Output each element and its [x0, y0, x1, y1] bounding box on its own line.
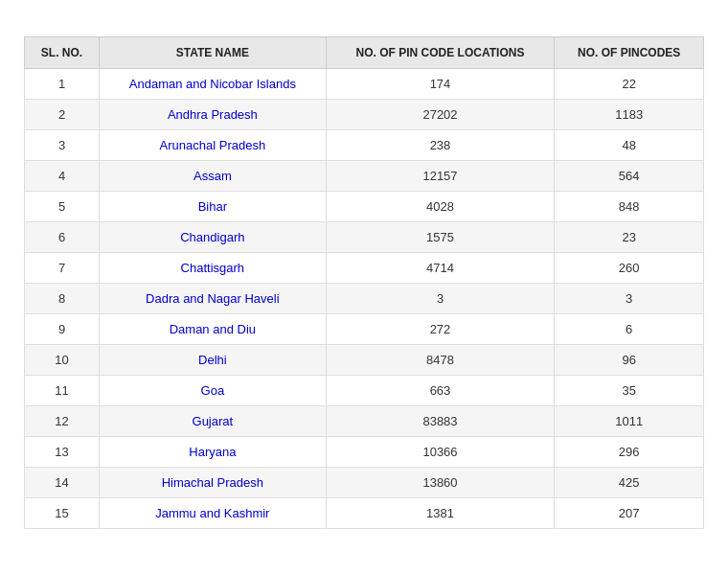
cell-locations: 3: [326, 284, 555, 314]
cell-sl: 14: [25, 468, 100, 498]
cell-sl: 10: [25, 345, 100, 376]
cell-state[interactable]: Assam: [100, 161, 327, 192]
cell-pincodes: 96: [555, 345, 704, 376]
cell-locations: 83883: [326, 406, 555, 437]
table-row: 4Assam12157564: [25, 161, 704, 192]
cell-sl: 9: [25, 314, 100, 345]
col-header-state: STATE NAME: [100, 37, 327, 69]
cell-pincodes: 296: [555, 437, 704, 468]
col-header-pincodes: NO. OF PINCODES: [555, 37, 704, 69]
table-row: 7Chattisgarh4714260: [25, 253, 704, 284]
table-row: 1Andaman and Nicobar Islands17422: [25, 69, 704, 100]
col-header-locations: NO. OF PIN CODE LOCATIONS: [326, 37, 555, 69]
cell-sl: 2: [25, 100, 100, 130]
cell-sl: 5: [25, 192, 100, 222]
cell-sl: 6: [25, 222, 100, 253]
cell-locations: 10366: [326, 437, 555, 468]
cell-state[interactable]: Goa: [100, 376, 327, 406]
cell-pincodes: 22: [555, 69, 704, 100]
cell-pincodes: 260: [555, 253, 704, 284]
cell-pincodes: 425: [555, 468, 704, 498]
table-row: 10Delhi847896: [25, 345, 704, 376]
cell-state[interactable]: Chattisgarh: [100, 253, 327, 284]
cell-state[interactable]: Gujarat: [100, 406, 327, 437]
table-row: 14Himachal Pradesh13860425: [25, 468, 704, 498]
cell-locations: 1575: [326, 222, 555, 253]
cell-pincodes: 23: [555, 222, 704, 253]
cell-pincodes: 35: [555, 376, 704, 406]
table-row: 12Gujarat838831011: [25, 406, 704, 437]
cell-pincodes: 207: [555, 498, 704, 529]
cell-state[interactable]: Andhra Pradesh: [100, 100, 327, 130]
cell-locations: 1381: [326, 498, 555, 529]
table-row: 6Chandigarh157523: [25, 222, 704, 253]
cell-sl: 3: [25, 130, 100, 161]
cell-locations: 13860: [326, 468, 555, 498]
col-header-sl: SL. NO.: [25, 37, 100, 69]
cell-sl: 1: [25, 69, 100, 100]
cell-sl: 11: [25, 376, 100, 406]
cell-pincodes: 3: [555, 284, 704, 314]
cell-sl: 15: [25, 498, 100, 529]
cell-locations: 12157: [326, 161, 555, 192]
cell-sl: 7: [25, 253, 100, 284]
cell-state[interactable]: Delhi: [100, 345, 327, 376]
cell-pincodes: 48: [555, 130, 704, 161]
cell-locations: 4714: [326, 253, 555, 284]
table-row: 8Dadra and Nagar Haveli33: [25, 284, 704, 314]
cell-state[interactable]: Dadra and Nagar Haveli: [100, 284, 327, 314]
cell-sl: 13: [25, 437, 100, 468]
cell-locations: 663: [326, 376, 555, 406]
cell-locations: 272: [326, 314, 555, 345]
cell-locations: 174: [326, 69, 555, 100]
cell-locations: 8478: [326, 345, 555, 376]
cell-state[interactable]: Chandigarh: [100, 222, 327, 253]
cell-state[interactable]: Andaman and Nicobar Islands: [100, 69, 327, 100]
cell-state[interactable]: Jammu and Kashmir: [100, 498, 327, 529]
pincodes-table: SL. NO. STATE NAME NO. OF PIN CODE LOCAT…: [24, 36, 704, 529]
cell-pincodes: 1011: [555, 406, 704, 437]
table-row: 9Daman and Diu2726: [25, 314, 704, 345]
cell-pincodes: 848: [555, 192, 704, 222]
cell-state[interactable]: Arunachal Pradesh: [100, 130, 327, 161]
table-row: 5Bihar4028848: [25, 192, 704, 222]
cell-locations: 238: [326, 130, 555, 161]
table-header-row: SL. NO. STATE NAME NO. OF PIN CODE LOCAT…: [25, 37, 704, 69]
cell-sl: 12: [25, 406, 100, 437]
cell-state[interactable]: Himachal Pradesh: [100, 468, 327, 498]
cell-pincodes: 1183: [555, 100, 704, 130]
table-row: 2Andhra Pradesh272021183: [25, 100, 704, 130]
cell-sl: 4: [25, 161, 100, 192]
cell-pincodes: 564: [555, 161, 704, 192]
table-row: 13Haryana10366296: [25, 437, 704, 468]
table-row: 3Arunachal Pradesh23848: [25, 130, 704, 161]
cell-pincodes: 6: [555, 314, 704, 345]
cell-state[interactable]: Haryana: [100, 437, 327, 468]
cell-state[interactable]: Bihar: [100, 192, 327, 222]
table-row: 11Goa66335: [25, 376, 704, 406]
cell-locations: 4028: [326, 192, 555, 222]
cell-locations: 27202: [326, 100, 555, 130]
table-row: 15Jammu and Kashmir1381207: [25, 498, 704, 529]
cell-sl: 8: [25, 284, 100, 314]
cell-state[interactable]: Daman and Diu: [100, 314, 327, 345]
